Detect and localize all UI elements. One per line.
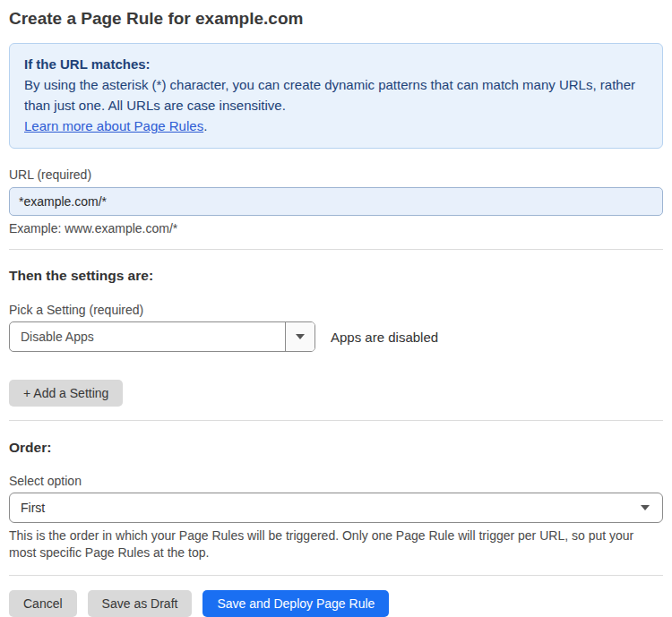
order-section-heading: Order: [9, 440, 663, 456]
chevron-down-icon [641, 505, 650, 510]
order-select[interactable]: First [9, 493, 663, 523]
link-suffix-period: . [203, 118, 207, 133]
setting-dropdown-value: Disable Apps [10, 322, 285, 351]
add-setting-button[interactable]: + Add a Setting [9, 380, 123, 407]
setting-status-text: Apps are disabled [331, 330, 438, 345]
setting-row: Disable Apps Apps are disabled [9, 321, 663, 352]
footer-actions: Cancel Save as Draft Save and Deploy Pag… [9, 590, 663, 617]
save-as-draft-button[interactable]: Save as Draft [88, 590, 193, 617]
section-divider [9, 575, 663, 576]
settings-section-heading: Then the settings are: [9, 268, 663, 284]
setting-dropdown-arrow-button[interactable] [285, 322, 314, 351]
order-description: This is the order in which your Page Rul… [9, 527, 663, 561]
order-select-value: First [21, 501, 45, 515]
cancel-button[interactable]: Cancel [9, 590, 77, 617]
save-and-deploy-button[interactable]: Save and Deploy Page Rule [202, 590, 389, 617]
order-select-label: Select option [9, 474, 663, 489]
url-input[interactable] [9, 187, 663, 216]
url-match-info-box: If the URL matches: By using the asteris… [9, 43, 663, 149]
info-box-link-line: Learn more about Page Rules. [24, 116, 648, 136]
create-page-rule-form: Create a Page Rule for example.com If th… [0, 9, 672, 617]
section-divider [9, 249, 663, 250]
learn-more-page-rules-link[interactable]: Learn more about Page Rules [24, 118, 203, 133]
setting-dropdown[interactable]: Disable Apps [9, 321, 315, 352]
chevron-down-icon [296, 334, 305, 339]
info-box-heading: If the URL matches: [24, 55, 648, 74]
page-title: Create a Page Rule for example.com [9, 9, 663, 29]
url-field-label: URL (required) [9, 167, 663, 183]
pick-setting-label: Pick a Setting (required) [9, 303, 663, 318]
info-box-body: By using the asterisk (*) character, you… [24, 74, 648, 116]
url-field-hint: Example: www.example.com/* [9, 220, 663, 237]
section-divider [9, 420, 663, 421]
